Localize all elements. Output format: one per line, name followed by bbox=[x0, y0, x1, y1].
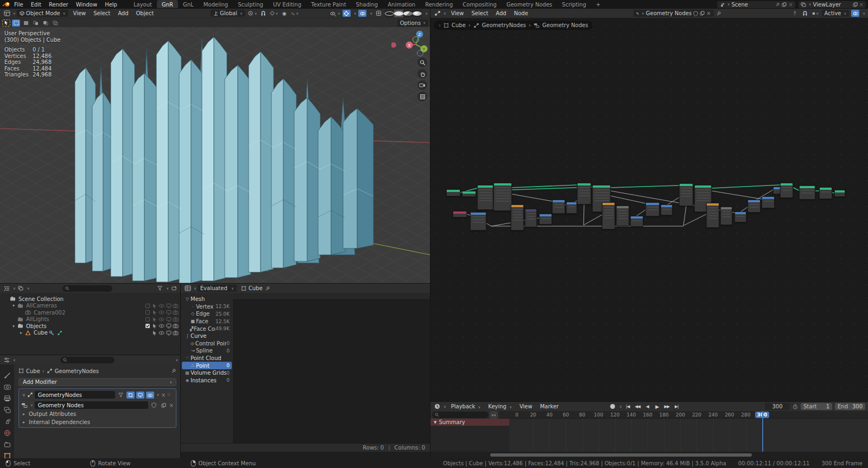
data-source-curve[interactable]: ∫Curve bbox=[182, 332, 232, 340]
graph-node[interactable] bbox=[446, 189, 460, 196]
ruler-tick[interactable]: 240 bbox=[706, 412, 720, 418]
active-tool-tweak[interactable] bbox=[2, 20, 10, 27]
workspace-tab-rendering[interactable]: Rendering bbox=[420, 0, 458, 9]
node-canvas[interactable]: › Cube › GeometryNodes › Geometry Nodes bbox=[430, 18, 868, 402]
selectable-icon[interactable] bbox=[151, 330, 158, 336]
ruler-tick[interactable]: 40 bbox=[542, 412, 556, 418]
proportional-editing-icon[interactable]: ◉ bbox=[280, 10, 288, 17]
use-preview-range-icon[interactable] bbox=[793, 404, 798, 409]
graph-node[interactable] bbox=[679, 183, 693, 206]
pin-icon[interactable] bbox=[265, 286, 270, 291]
outliner-item-cube[interactable]: ▸Cube bbox=[0, 330, 181, 337]
disclosure-closed-icon[interactable]: ▸ bbox=[18, 330, 24, 335]
select-mode-invert[interactable] bbox=[41, 20, 49, 27]
graph-node[interactable] bbox=[493, 183, 512, 211]
visibility-icon[interactable] bbox=[158, 317, 165, 322]
ruler-tick[interactable]: 140 bbox=[624, 412, 638, 418]
graph-node[interactable] bbox=[706, 203, 719, 228]
graph-node[interactable] bbox=[834, 190, 845, 197]
tab-view-layer[interactable] bbox=[4, 407, 11, 413]
viewport-display-icon[interactable] bbox=[165, 330, 172, 336]
copy-icon[interactable] bbox=[160, 401, 168, 409]
workspace-tab-scripting[interactable]: Scripting bbox=[557, 0, 591, 9]
object-visibility-dropdown[interactable]: ∨ bbox=[330, 10, 340, 17]
snap-target-dropdown[interactable]: Active ∨ bbox=[822, 10, 850, 17]
overlays-toggle[interactable] bbox=[851, 10, 859, 17]
prev-keyframe-button[interactable]: ◀◀ bbox=[633, 403, 642, 410]
select-mode-extend[interactable] bbox=[22, 20, 30, 27]
pin-icon[interactable] bbox=[775, 2, 780, 7]
selectable-icon[interactable] bbox=[151, 303, 158, 309]
data-source-point-cloud[interactable]: ∵Point Cloud bbox=[182, 355, 232, 362]
viewlayer-name[interactable]: ViewLayer bbox=[813, 2, 851, 8]
breadcrumb-modifier[interactable]: GeometryNodes bbox=[55, 368, 99, 374]
graph-node[interactable] bbox=[661, 204, 673, 215]
ruler-tick[interactable]: 200 bbox=[673, 412, 687, 418]
close-icon[interactable]: × bbox=[859, 2, 864, 8]
new-collection-icon[interactable] bbox=[170, 285, 178, 292]
options-dropdown[interactable]: Options∨ bbox=[397, 20, 428, 27]
menu-topbar-file[interactable]: File bbox=[10, 2, 27, 8]
render-visibility-icon[interactable] bbox=[172, 317, 179, 322]
graph-node[interactable] bbox=[470, 212, 486, 230]
close-icon[interactable]: × bbox=[169, 402, 174, 408]
display-on-cage-toggle[interactable] bbox=[126, 392, 135, 399]
ruler-tick[interactable]: 60 bbox=[559, 412, 573, 418]
copy-icon[interactable] bbox=[700, 11, 705, 16]
next-keyframe-button[interactable]: ▶▶ bbox=[663, 403, 671, 410]
snap-magnet-icon[interactable] bbox=[801, 10, 809, 17]
editor-type-icon[interactable] bbox=[433, 10, 441, 17]
select-mode-intersect[interactable] bbox=[51, 20, 59, 27]
mode-dropdown[interactable]: Object Mode ∨ bbox=[17, 10, 68, 17]
viewport-display-icon[interactable] bbox=[165, 317, 172, 322]
visibility-icon[interactable] bbox=[158, 310, 165, 315]
workspace-tab-sculpting[interactable]: Sculpting bbox=[233, 0, 268, 9]
scene-name[interactable]: Scene bbox=[731, 2, 774, 8]
graph-node[interactable] bbox=[539, 214, 552, 225]
start-frame-field[interactable]: Start 1 bbox=[801, 403, 832, 410]
menu-timeline-marker[interactable]: Marker bbox=[536, 403, 563, 409]
graph-node[interactable] bbox=[462, 191, 476, 197]
current-frame-field[interactable]: 300 bbox=[765, 403, 790, 410]
workspace-tab-uv-editing[interactable]: UV Editing bbox=[268, 0, 306, 9]
visibility-icon[interactable] bbox=[158, 323, 165, 329]
workspace-tab-texture-paint[interactable]: Texture Paint bbox=[306, 0, 351, 9]
menu-viewport-add[interactable]: Add bbox=[114, 10, 132, 16]
new-viewlayer-icon[interactable] bbox=[853, 2, 858, 7]
graph-node[interactable] bbox=[525, 209, 537, 227]
viewport-display-icon[interactable] bbox=[165, 303, 172, 309]
shading-solid-button[interactable] bbox=[394, 10, 403, 17]
menu-node-editor-add[interactable]: Add bbox=[492, 10, 510, 16]
select-mode-new[interactable] bbox=[12, 20, 20, 27]
outliner-item-alllights[interactable]: AllLights bbox=[0, 316, 181, 323]
drag-handle-icon[interactable]: ⠿ bbox=[167, 393, 170, 398]
filter-toggle-icon[interactable]: ↔ bbox=[490, 411, 498, 419]
ruler-tick[interactable]: 0 bbox=[510, 412, 524, 418]
parent-tree-icon[interactable]: ↑ bbox=[791, 10, 799, 17]
snap-magnet-icon[interactable] bbox=[259, 10, 268, 17]
add-workspace-button[interactable]: + bbox=[591, 0, 605, 9]
graph-node[interactable] bbox=[577, 183, 591, 204]
menu-topbar-edit[interactable]: Edit bbox=[27, 2, 45, 8]
data-source-vertex[interactable]: ◦Vertex12.5K bbox=[182, 303, 232, 311]
modifier-extras-dropdown[interactable]: ∨ bbox=[157, 393, 160, 397]
close-icon[interactable]: × bbox=[788, 2, 793, 8]
editor-type-icon[interactable] bbox=[3, 10, 11, 17]
viewport-canvas[interactable]: User Perspective (300) Objects | Cube Ob… bbox=[0, 27, 430, 284]
record-button[interactable] bbox=[609, 403, 617, 410]
graph-node[interactable] bbox=[799, 185, 815, 200]
data-source-point[interactable]: ∴Point0 bbox=[182, 362, 232, 369]
node-group-field[interactable]: Geometry Nodes bbox=[35, 401, 148, 409]
tab-object[interactable] bbox=[4, 453, 11, 458]
pin-icon[interactable] bbox=[716, 11, 721, 16]
visibility-icon[interactable] bbox=[158, 330, 165, 336]
graph-node[interactable] bbox=[616, 206, 629, 226]
menu-timeline-view[interactable]: View bbox=[516, 403, 536, 409]
graph-node[interactable] bbox=[511, 204, 524, 230]
playhead[interactable] bbox=[762, 411, 763, 452]
camera-view-icon[interactable] bbox=[417, 80, 427, 90]
play-reverse-button[interactable]: ◀ bbox=[643, 403, 651, 410]
shading-material-button[interactable] bbox=[403, 10, 413, 17]
dataset-dropdown[interactable]: Evaluated ∨ bbox=[198, 285, 237, 292]
data-source-edge[interactable]: ◇Edge25.0K bbox=[182, 310, 232, 318]
